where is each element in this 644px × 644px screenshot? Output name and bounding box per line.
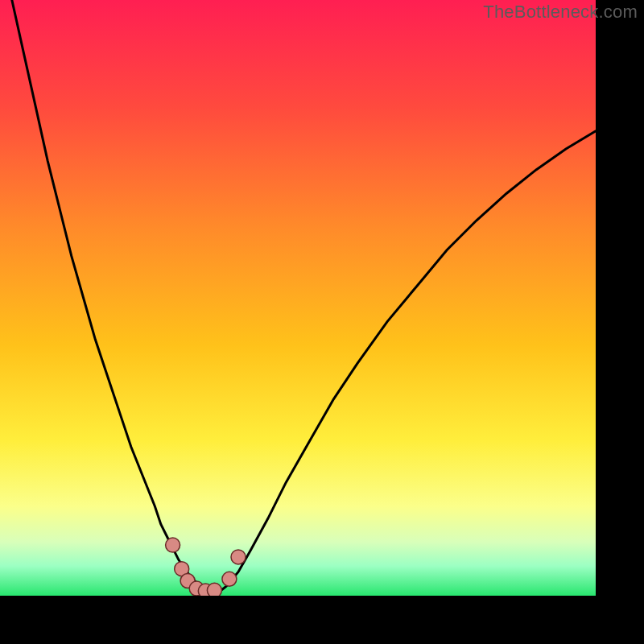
chart-container: TheBottleneck.com xyxy=(0,0,644,644)
bottleneck-chart xyxy=(0,0,596,596)
marker-point xyxy=(222,572,237,586)
watermark-text: TheBottleneck.com xyxy=(483,2,638,23)
gradient-background xyxy=(0,0,596,596)
marker-point xyxy=(207,583,221,596)
marker-point xyxy=(231,550,246,564)
marker-point xyxy=(166,538,180,552)
